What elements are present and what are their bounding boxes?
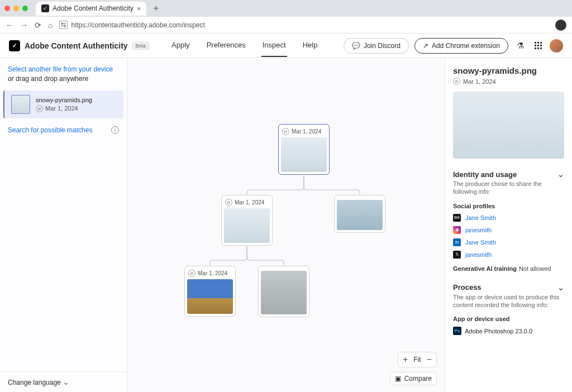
tree-connectors (127, 58, 445, 392)
file-list-item[interactable]: snowy-pyramids.png cr Mar 1, 2024 (3, 90, 123, 118)
node-date: Mar 1, 2024 (292, 128, 321, 135)
minimize-window-button[interactable] (13, 6, 19, 11)
credentials-badge-icon: cr (282, 128, 289, 135)
chevron-down-icon: ⌄ (557, 283, 564, 292)
process-header[interactable]: Process ⌄ (453, 283, 564, 292)
social-link[interactable]: Jane Smith (465, 214, 496, 221)
main-content: Select another file from your device or … (0, 58, 572, 392)
social-behance: Bē Jane Smith (453, 214, 564, 222)
tree-node[interactable] (334, 195, 385, 233)
photoshop-icon: Ps (453, 327, 461, 335)
file-date: Mar 1, 2024 (45, 105, 78, 112)
node-thumbnail (281, 137, 327, 172)
compare-icon: ▣ (395, 375, 401, 383)
url-field[interactable]: ⇆ https://contentauthenticity.adobe.com/… (59, 21, 549, 29)
join-discord-button[interactable]: 💬 Join Discord (344, 38, 409, 54)
compare-button[interactable]: ▣ Compare (390, 372, 437, 385)
identity-section: Identity and usage ⌄ The producer chose … (453, 170, 564, 272)
tree-node-root[interactable]: cr Mar 1, 2024 (278, 124, 330, 175)
x-icon: 𝕏 (453, 251, 461, 259)
process-section: Process ⌄ The app or device used to prod… (453, 283, 564, 336)
app-grid-icon[interactable] (532, 40, 544, 52)
discord-icon: 💬 (352, 42, 360, 50)
nav-preferences[interactable]: Preferences (206, 34, 247, 57)
brand-logo-icon: ✓ (9, 40, 20, 51)
upload-hint-rest: or drag and drop anywhere (8, 75, 88, 83)
fit-button[interactable]: Fit (413, 356, 421, 364)
social-link[interactable]: Jane Smith (465, 239, 496, 246)
social-profiles-label: Social profiles (453, 203, 564, 209)
zoom-out-button[interactable]: − (427, 355, 432, 365)
credentials-badge-icon: cr (453, 78, 460, 85)
address-bar: ← → ⟳ ⌂ ⇆ https://contentauthenticity.ad… (0, 17, 572, 34)
zoom-controls: + Fit − (398, 352, 437, 367)
change-language[interactable]: Change language ⌄ (0, 371, 127, 392)
tab-title: Adobe Content Authenticity (53, 4, 134, 12)
forward-button[interactable]: → (20, 21, 28, 30)
credentials-badge-icon: cr (188, 270, 196, 277)
close-tab-icon[interactable]: × (137, 4, 141, 13)
node-thumbnail (224, 208, 270, 243)
brand-title: Adobe Content Authenticity (25, 41, 128, 50)
canvas-controls: + Fit − ▣ Compare (390, 352, 437, 385)
beta-badge: Beta (132, 42, 150, 50)
back-button[interactable]: ← (6, 21, 13, 30)
panel-hero-image (453, 92, 564, 159)
search-matches-row: Search for possible matches i (0, 121, 127, 140)
details-panel: snowy-pyramids.png cr Mar 1, 2024 Identi… (445, 58, 572, 392)
brand[interactable]: ✓ Adobe Content Authenticity Beta (9, 40, 149, 51)
gen-ai-row: Generative AI trainingNot allowed (453, 265, 564, 272)
nav-help[interactable]: Help (302, 34, 319, 57)
tree-node[interactable]: cr Mar 1, 2024 (184, 266, 236, 317)
credentials-badge-icon: cr (36, 105, 43, 112)
browser-profile-avatar[interactable] (555, 20, 566, 31)
maximize-window-button[interactable] (22, 6, 28, 11)
node-date: Mar 1, 2024 (198, 270, 227, 276)
browser-tab[interactable]: ✓ Adobe Content Authenticity × (36, 2, 146, 16)
nav-inspect[interactable]: Inspect (261, 34, 287, 57)
new-tab-button[interactable]: + (150, 3, 161, 13)
user-avatar[interactable] (550, 39, 563, 52)
zoom-in-button[interactable]: + (403, 355, 408, 365)
info-icon[interactable]: i (111, 126, 119, 134)
home-button[interactable]: ⌂ (48, 21, 53, 30)
social-link[interactable]: janesmith (465, 227, 492, 233)
main-nav: Apply Preferences Inspect Help (170, 34, 318, 57)
social-x: 𝕏 janesmith (453, 251, 564, 259)
app-row: Ps Adobe Photoshop 23.0.0 (453, 327, 564, 335)
social-linkedin: in Jane Smith (453, 238, 564, 246)
tree-node[interactable]: cr Mar 1, 2024 (221, 195, 273, 246)
upload-hint: Select another file from your device or … (0, 58, 127, 88)
social-link[interactable]: janesmith (465, 251, 492, 258)
social-instagram: ◉ janesmith (453, 226, 564, 234)
node-thumbnail (261, 271, 307, 314)
process-sub: The app or device used to produce this c… (453, 293, 564, 309)
site-info-icon[interactable]: ⇆ (59, 21, 68, 29)
identity-header[interactable]: Identity and usage ⌄ (453, 170, 564, 179)
node-thumbnail (187, 279, 233, 314)
reload-button[interactable]: ⟳ (35, 21, 41, 30)
close-window-button[interactable] (4, 6, 10, 11)
provenance-canvas[interactable]: cr Mar 1, 2024 cr Mar 1, 2024 cr Mar 1, … (127, 58, 445, 392)
identity-sub: The producer chose to share the followin… (453, 180, 564, 196)
node-date: Mar 1, 2024 (235, 199, 264, 205)
nav-apply[interactable]: Apply (170, 34, 191, 57)
credentials-badge-icon: cr (225, 199, 232, 206)
select-file-link[interactable]: Select another file from your device (8, 65, 113, 73)
add-extension-button[interactable]: ↗ Add Chrome extension (414, 38, 508, 54)
tree-node[interactable] (258, 266, 309, 317)
sidebar-left: Select another file from your device or … (0, 58, 127, 392)
window-controls (4, 6, 28, 11)
app-used-label: App or device used (453, 315, 564, 322)
flask-icon[interactable]: ⚗ (514, 40, 526, 52)
search-matches-link[interactable]: Search for possible matches (8, 126, 92, 134)
chevron-down-icon: ⌄ (557, 170, 564, 179)
app-name: Adobe Photoshop 23.0.0 (465, 328, 532, 334)
file-thumbnail (11, 95, 30, 114)
favicon-icon: ✓ (41, 4, 49, 12)
chevron-down-icon: ⌄ (63, 377, 69, 386)
file-info: snowy-pyramids.png cr Mar 1, 2024 (36, 97, 92, 112)
url-text: https://contentauthenticity.adobe.com/in… (71, 21, 204, 29)
browser-chrome: ✓ Adobe Content Authenticity × + ← → ⟳ ⌂… (0, 0, 572, 34)
tab-bar: ✓ Adobe Content Authenticity × + (0, 0, 572, 17)
